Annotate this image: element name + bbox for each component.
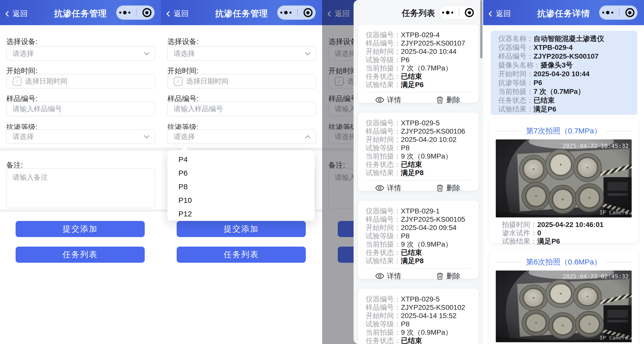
screen-task-detail: 返回 抗渗任务详情 仪器名称：自动智能混凝土渗透仪 仪器编号：XTPB-029-… [483,0,644,344]
screen-task-form: 返回 抗渗任务管理 选择设备: 请选择 开始时间: ✓ 选择日期时间 样品编号:… [0,0,161,344]
title-rule-right [606,262,631,262]
info-value: XTPB-029-4 [534,43,573,52]
photo-row-value: 0 [537,229,541,237]
info-value: P6 [534,78,542,87]
osd-timestamp: 2025-04-22 10:45:32 [562,143,629,149]
capsule-divider [619,9,620,16]
sample-input[interactable]: 请输入样品编号 [6,102,155,116]
chevron-down-icon [144,133,149,138]
calendar-icon: ✓ [174,77,183,86]
remark-textarea[interactable]: 请输入备注 [6,168,155,208]
grade-placeholder: 请选择 [174,132,195,141]
detail-label: 详情 [387,271,401,281]
device-label: 选择设备: [167,37,199,47]
navbar: 返回 抗渗任务管理 [161,0,322,25]
device-placeholder: 请选择 [13,49,34,58]
delete-action[interactable]: 删除 [419,183,479,193]
photo-row-label: 渗水试件： [502,229,537,237]
row-value: XTPB-029-5 [401,119,440,127]
capsule-divider [297,9,298,16]
status-value: 已结束 [401,248,422,257]
row-value: 9 次（0.9MPa） [401,240,452,248]
row-label: 任务状态： [366,160,401,169]
start-time-picker[interactable]: ✓ 选择日期时间 [167,74,316,89]
close-circle-icon[interactable] [304,8,313,17]
delete-action[interactable]: 删除 [419,95,479,105]
row-value: XTPB-029-1 [401,207,440,215]
cctv-photo[interactable]: 2025-04-22 02:45:32 IP Camera [496,271,632,342]
device-select[interactable]: 请选择 [167,46,316,61]
grade-option-p6[interactable]: P6 [167,166,315,180]
grade-select-open[interactable]: 请选择 [167,129,316,144]
task-card: 仪器编号：XTPB-029-4 样品编号：ZJYP2025-KS00107 开始… [358,25,479,103]
osd-camera-label: IP Camera [599,335,628,341]
grade-option-p10[interactable]: P10 [167,194,315,207]
task-list-button[interactable]: 任务列表 [177,247,306,263]
close-circle-icon[interactable] [142,8,151,17]
close-circle-icon[interactable] [625,8,634,17]
detail-action[interactable]: 详情 [358,183,419,193]
chevron-down-icon [305,50,310,55]
row-label: 任务状态： [366,336,401,344]
grade-option-p12[interactable]: P12 [167,207,315,221]
row-label: 仪器编号： [366,207,401,215]
info-value: 自动智能混凝土渗透仪 [534,34,604,43]
row-label: 试验结果： [366,169,401,177]
row-value: P8 [401,144,409,152]
status-value: 已结束 [401,72,422,81]
screen-task-list: 返回 选择设备: 请选择 开始时间: ✓ 选择日期时间 样品编号: 请输入样品编… [322,0,483,344]
info-label: 开始时间： [498,69,534,78]
capsule-divider [136,9,137,16]
sample-input[interactable]: 请输入样品编号 [167,102,316,116]
row-label: 试验等级： [366,144,401,152]
row-value: ZJYP2025-KS00102 [401,303,465,312]
device-select[interactable]: 请选择 [6,46,155,61]
cctv-photo[interactable]: 2025-04-22 10:45:32 IP Camera [496,139,632,217]
row-value: 2025-04-20 09:54 [401,223,457,232]
row-label: 仪器编号： [366,119,401,127]
miniprogram-capsule[interactable] [439,6,477,20]
more-icon[interactable] [119,11,130,14]
row-label: 样品编号： [366,303,401,312]
info-value: ZJYP2025-KS00107 [534,52,598,61]
more-icon[interactable] [442,11,453,14]
grade-option-p4[interactable]: P4 [167,153,315,166]
remark-placeholder: 请输入备注 [13,173,48,182]
more-icon[interactable] [280,11,291,14]
info-label: 当前拍摄： [498,87,534,96]
close-circle-icon[interactable] [465,8,474,17]
start-time-picker[interactable]: ✓ 选择日期时间 [6,74,155,89]
row-label: 样品编号： [366,215,401,223]
row-label: 任务状态： [366,72,401,81]
detail-action[interactable]: 详情 [358,95,419,105]
sample-placeholder: 请输入样品编号 [13,104,62,114]
scrollbar[interactable] [480,0,482,58]
row-value: 2025-04-20 10:02 [401,135,457,144]
eye-icon [375,97,384,103]
osd-camera-label: IP Camera [599,210,628,216]
delete-action[interactable]: 删除 [419,271,479,281]
row-label: 样品编号： [366,127,401,135]
row-label: 当前拍摄： [366,64,401,72]
row-label: 试验结果： [366,257,401,265]
submit-button[interactable]: 提交添加 [177,221,306,237]
row-value: ZJYP2025-KS00107 [401,39,465,47]
submit-button[interactable]: 提交添加 [16,221,145,237]
photo-row-label: 试验结果： [502,237,537,245]
chevron-down-icon [144,50,149,55]
detail-action[interactable]: 详情 [358,271,419,281]
grade-select[interactable]: 请选择 [6,129,155,144]
capsule-divider [459,9,459,16]
grade-placeholder: 请选择 [13,132,34,141]
miniprogram-capsule[interactable] [277,6,316,20]
task-list-button[interactable]: 任务列表 [16,247,145,263]
cctv-photo-graphic: 2025-04-22 10:45:32 IP Camera [496,139,632,217]
photo-row-value: 满足P6 [537,237,560,245]
miniprogram-capsule[interactable] [116,6,155,20]
navbar: 返回 抗渗任务详情 [483,0,644,25]
row-value: 7 次（0.7MPa） [401,64,452,72]
miniprogram-capsule[interactable] [599,6,637,20]
more-icon[interactable] [602,11,613,14]
grade-option-p8[interactable]: P8 [167,180,315,194]
row-label: 当前拍摄： [366,328,401,336]
